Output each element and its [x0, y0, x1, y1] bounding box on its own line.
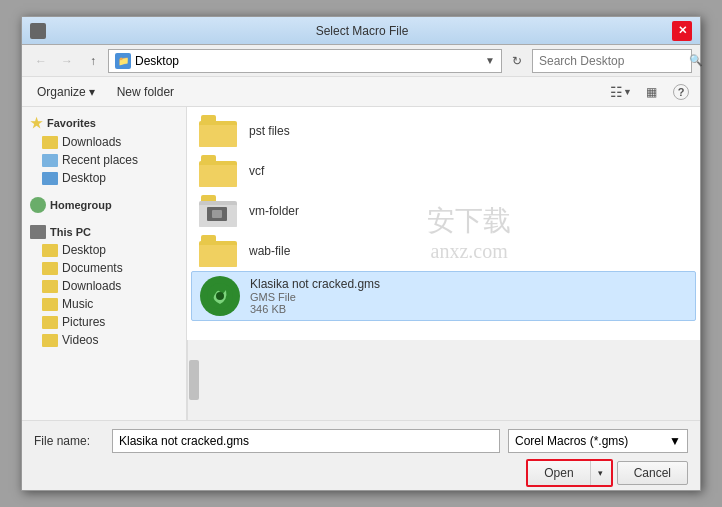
- folder-icon: [42, 262, 58, 275]
- sidebar-item-desktop[interactable]: Desktop: [22, 169, 186, 187]
- file-name: pst files: [249, 124, 688, 138]
- folder-icon: [42, 280, 58, 293]
- sidebar-item-label: Documents: [62, 261, 123, 275]
- file-meta-size: 346 KB: [250, 303, 687, 315]
- sidebar-item-recent-places[interactable]: Recent places: [22, 151, 186, 169]
- search-icon: 🔍: [689, 54, 703, 67]
- filetype-dropdown[interactable]: Corel Macros (*.gms) ▼: [508, 429, 688, 453]
- views-arrow: ▼: [623, 87, 632, 97]
- vertical-scrollbar[interactable]: [187, 340, 199, 420]
- favorites-label: Favorites: [47, 117, 96, 129]
- open-arrow-button[interactable]: ▾: [591, 461, 611, 485]
- dialog-title: Select Macro File: [52, 24, 672, 38]
- gms-file-icon: [200, 276, 240, 316]
- footer: File name: Corel Macros (*.gms) ▼ Open ▾…: [22, 420, 700, 490]
- views-button[interactable]: ☷ ▼: [610, 81, 632, 103]
- sidebar-item-pictures[interactable]: Pictures: [22, 313, 186, 331]
- open-button[interactable]: Open: [528, 461, 590, 485]
- organize-label: Organize: [37, 85, 86, 99]
- folder-file-icon: [199, 115, 239, 147]
- dialog-icon: [30, 23, 46, 39]
- action-bar: Organize ▾ New folder ☷ ▼ ▦ ?: [22, 77, 700, 107]
- sidebar-item-documents[interactable]: Documents: [22, 259, 186, 277]
- address-folder-icon: 📁: [115, 53, 131, 69]
- new-folder-button[interactable]: New folder: [110, 81, 181, 103]
- scrollbar-thumb[interactable]: [189, 360, 199, 400]
- refresh-button[interactable]: ↻: [506, 50, 528, 72]
- help-button[interactable]: ?: [670, 81, 692, 103]
- filename-label: File name:: [34, 434, 104, 448]
- footer-buttons: Open ▾ Cancel: [34, 459, 688, 487]
- filename-row: File name: Corel Macros (*.gms) ▼: [34, 429, 688, 453]
- file-list: pst files vcf: [187, 107, 700, 340]
- sidebar-item-downloads[interactable]: Downloads: [22, 133, 186, 151]
- filetype-value: Corel Macros (*.gms): [515, 434, 628, 448]
- file-item-klasika[interactable]: Klasika not cracked.gms GMS File 346 KB: [191, 271, 696, 321]
- folder-icon: [42, 136, 58, 149]
- address-input[interactable]: [135, 54, 481, 68]
- new-folder-label: New folder: [117, 85, 174, 99]
- sidebar-item-music[interactable]: Music: [22, 295, 186, 313]
- views-icon: ☷: [610, 84, 623, 100]
- organize-button[interactable]: Organize ▾: [30, 81, 102, 103]
- file-name: vcf: [249, 164, 688, 178]
- sidebar-item-desktop-pc[interactable]: Desktop: [22, 241, 186, 259]
- file-item-vm[interactable]: vm-folder: [191, 191, 696, 231]
- folder-file-icon: [199, 155, 239, 187]
- folder-icon: [42, 298, 58, 311]
- folder-blue-icon: [42, 172, 58, 185]
- folder-special-icon: [42, 154, 58, 167]
- sidebar-item-label: Downloads: [62, 279, 121, 293]
- file-item-vcf[interactable]: vcf: [191, 151, 696, 191]
- sidebar-item-label: Pictures: [62, 315, 105, 329]
- sidebar-item-label: Recent places: [62, 153, 138, 167]
- sidebar-item-label: Music: [62, 297, 93, 311]
- layout-icon: ▦: [646, 85, 657, 99]
- filetype-arrow-icon: ▼: [669, 434, 681, 448]
- homegroup-section: Homegroup: [22, 193, 186, 215]
- filename-input[interactable]: [112, 429, 500, 453]
- folder-icon: [42, 334, 58, 347]
- address-dropdown-icon[interactable]: ▼: [485, 55, 495, 66]
- sidebar: ★ Favorites Downloads Recent places Desk…: [22, 107, 187, 420]
- folder-icon: [42, 316, 58, 329]
- cancel-button[interactable]: Cancel: [617, 461, 688, 485]
- homegroup-icon: [30, 197, 46, 213]
- address-toolbar: ← → ↑ 📁 ▼ ↻ 🔍: [22, 45, 700, 77]
- title-bar: Select Macro File ✕: [22, 17, 700, 45]
- address-bar: 📁 ▼: [108, 49, 502, 73]
- sidebar-item-label: Desktop: [62, 171, 106, 185]
- search-input[interactable]: [539, 54, 689, 68]
- back-button[interactable]: ←: [30, 50, 52, 72]
- favorites-section: ★ Favorites: [22, 111, 186, 133]
- this-pc-section: This PC: [22, 221, 186, 241]
- dialog-window: Select Macro File ✕ ← → ↑ 📁 ▼ ↻ 🔍 Organi…: [21, 16, 701, 491]
- file-info: wab-file: [249, 244, 688, 258]
- sidebar-item-label: Downloads: [62, 135, 121, 149]
- up-button[interactable]: ↑: [82, 50, 104, 72]
- file-info: Klasika not cracked.gms GMS File 346 KB: [250, 277, 687, 315]
- file-item-pst[interactable]: pst files: [191, 111, 696, 151]
- file-info: pst files: [249, 124, 688, 138]
- forward-button[interactable]: →: [56, 50, 78, 72]
- file-info: vm-folder: [249, 204, 688, 218]
- sidebar-item-downloads-pc[interactable]: Downloads: [22, 277, 186, 295]
- folder-file-icon: [199, 195, 239, 227]
- star-icon: ★: [30, 115, 43, 131]
- help-icon: ?: [673, 84, 689, 100]
- sidebar-item-videos[interactable]: Videos: [22, 331, 186, 349]
- file-item-wab[interactable]: wab-file: [191, 231, 696, 271]
- file-name: vm-folder: [249, 204, 688, 218]
- file-name: wab-file: [249, 244, 688, 258]
- organize-arrow-icon: ▾: [89, 85, 95, 99]
- computer-icon: [30, 225, 46, 239]
- file-name: Klasika not cracked.gms: [250, 277, 687, 291]
- layout-button[interactable]: ▦: [640, 81, 662, 103]
- sidebar-item-label: Desktop: [62, 243, 106, 257]
- file-meta-type: GMS File: [250, 291, 687, 303]
- main-content: ★ Favorites Downloads Recent places Desk…: [22, 107, 700, 420]
- close-button[interactable]: ✕: [672, 21, 692, 41]
- open-dropdown-icon: ▾: [598, 468, 603, 478]
- homegroup-label: Homegroup: [50, 199, 112, 211]
- this-pc-label: This PC: [50, 226, 91, 238]
